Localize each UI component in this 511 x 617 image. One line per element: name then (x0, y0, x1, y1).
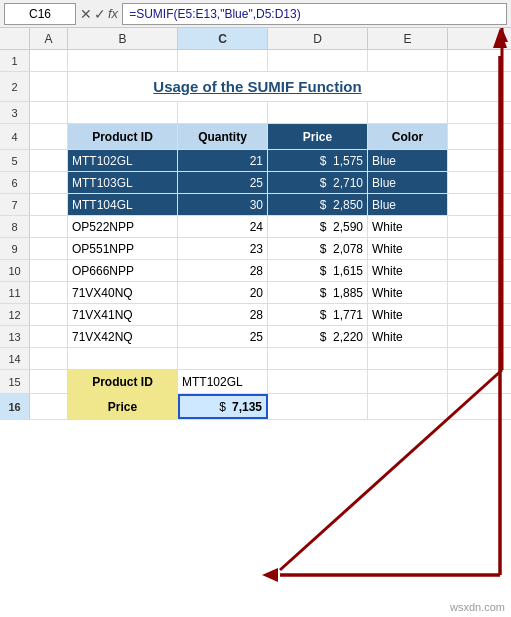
cell-b16-label: Price (68, 394, 178, 419)
cell-c7[interactable]: 30 (178, 194, 268, 215)
row-12: 12 71VX41NQ 28 $ 1,771 White (0, 304, 511, 326)
spreadsheet-title: Usage of the SUMIF Function (68, 72, 447, 101)
cell-c14[interactable] (178, 348, 268, 369)
cell-e12[interactable]: White (368, 304, 448, 325)
cell-b6[interactable]: MTT103GL (68, 172, 178, 193)
formula-bar: C16 ✕ ✓ fx =SUMIF(E5:E13,"Blue",D5:D13) (0, 0, 511, 28)
col-header-a[interactable]: A (30, 28, 68, 49)
cell-e9[interactable]: White (368, 238, 448, 259)
cell-b13[interactable]: 71VX42NQ (68, 326, 178, 347)
cell-e14[interactable] (368, 348, 448, 369)
cell-e15[interactable] (368, 370, 448, 393)
cell-d14[interactable] (268, 348, 368, 369)
col-header-c[interactable]: C (178, 28, 268, 49)
formula-input[interactable]: =SUMIF(E5:E13,"Blue",D5:D13) (122, 3, 507, 25)
cell-e8[interactable]: White (368, 216, 448, 237)
cell-b14[interactable] (68, 348, 178, 369)
cell-a2[interactable] (30, 72, 68, 101)
data-rows: 5 MTT102GL 21 $ 1,575 Blue 6 MTT103GL 25… (0, 150, 511, 348)
cell-e10[interactable]: White (368, 260, 448, 281)
cell-b1[interactable] (68, 50, 178, 71)
cell-d8[interactable]: $ 2,590 (268, 216, 368, 237)
cell-c11[interactable]: 20 (178, 282, 268, 303)
cell-e5[interactable]: Blue (368, 150, 448, 171)
row-2: 2 Usage of the SUMIF Function (0, 72, 511, 102)
cell-a15[interactable] (30, 370, 68, 393)
watermark: wsxdn.com (450, 601, 505, 613)
cell-b15-label: Product ID (68, 370, 178, 393)
cell-b10[interactable]: OP666NPP (68, 260, 178, 281)
cell-a5[interactable] (30, 150, 68, 171)
cell-d10[interactable]: $ 1,615 (268, 260, 368, 281)
cell-b12[interactable]: 71VX41NQ (68, 304, 178, 325)
cell-b3[interactable] (68, 102, 178, 123)
cell-a1[interactable] (30, 50, 68, 71)
cell-d3[interactable] (268, 102, 368, 123)
col-header-e[interactable]: E (368, 28, 448, 49)
cell-a8[interactable] (30, 216, 68, 237)
cell-e1[interactable] (368, 50, 448, 71)
row-7: 7 MTT104GL 30 $ 2,850 Blue (0, 194, 511, 216)
header-color: Color (368, 124, 448, 149)
cell-a3[interactable] (30, 102, 68, 123)
cell-d13[interactable]: $ 2,220 (268, 326, 368, 347)
cell-a9[interactable] (30, 238, 68, 259)
cell-a7[interactable] (30, 194, 68, 215)
cell-d7[interactable]: $ 2,850 (268, 194, 368, 215)
cell-e11[interactable]: White (368, 282, 448, 303)
cell-a13[interactable] (30, 326, 68, 347)
row-6: 6 MTT103GL 25 $ 2,710 Blue (0, 172, 511, 194)
cell-a6[interactable] (30, 172, 68, 193)
cell-e3[interactable] (368, 102, 448, 123)
header-price: Price (268, 124, 368, 149)
cell-b8[interactable]: OP522NPP (68, 216, 178, 237)
cell-c3[interactable] (178, 102, 268, 123)
col-header-b[interactable]: B (68, 28, 178, 49)
cell-d12[interactable]: $ 1,771 (268, 304, 368, 325)
cell-c9[interactable]: 23 (178, 238, 268, 259)
fx-icon[interactable]: fx (108, 6, 118, 21)
cell-a4[interactable] (30, 124, 68, 149)
cell-e13[interactable]: White (368, 326, 448, 347)
cell-d1[interactable] (268, 50, 368, 71)
cell-b7[interactable]: MTT104GL (68, 194, 178, 215)
cell-c6[interactable]: 25 (178, 172, 268, 193)
cell-d15[interactable] (268, 370, 368, 393)
cell-c12[interactable]: 28 (178, 304, 268, 325)
cell-a12[interactable] (30, 304, 68, 325)
cell-e7[interactable]: Blue (368, 194, 448, 215)
cell-a16[interactable] (30, 394, 68, 419)
cell-e16[interactable] (368, 394, 448, 419)
cell-c1[interactable] (178, 50, 268, 71)
cell-c15-value[interactable]: MTT102GL (178, 370, 268, 393)
cell-d5[interactable]: $ 1,575 (268, 150, 368, 171)
cell-b11[interactable]: 71VX40NQ (68, 282, 178, 303)
cell-c10[interactable]: 28 (178, 260, 268, 281)
cell-c8[interactable]: 24 (178, 216, 268, 237)
row-5: 5 MTT102GL 21 $ 1,575 Blue (0, 150, 511, 172)
row-4-header: 4 Product ID Quantity Price Color (0, 124, 511, 150)
cell-e6[interactable]: Blue (368, 172, 448, 193)
row-11: 11 71VX40NQ 20 $ 1,885 White (0, 282, 511, 304)
cell-c5[interactable]: 21 (178, 150, 268, 171)
confirm-icon[interactable]: ✓ (94, 6, 106, 22)
cell-reference-box[interactable]: C16 (4, 3, 76, 25)
cell-d6[interactable]: $ 2,710 (268, 172, 368, 193)
cell-b5[interactable]: MTT102GL (68, 150, 178, 171)
row-8: 8 OP522NPP 24 $ 2,590 White (0, 216, 511, 238)
cell-c13[interactable]: 25 (178, 326, 268, 347)
cell-d11[interactable]: $ 1,885 (268, 282, 368, 303)
cell-b9[interactable]: OP551NPP (68, 238, 178, 259)
cell-c16-value[interactable]: $ 7,135 (178, 394, 268, 419)
cell-a14[interactable] (30, 348, 68, 369)
column-headers: A B C D E (0, 28, 511, 50)
cell-a11[interactable] (30, 282, 68, 303)
cell-d9[interactable]: $ 2,078 (268, 238, 368, 259)
header-product-id: Product ID (68, 124, 178, 149)
cell-d16[interactable] (268, 394, 368, 419)
col-header-d[interactable]: D (268, 28, 368, 49)
row-1: 1 (0, 50, 511, 72)
cell-a10[interactable] (30, 260, 68, 281)
row-14: 14 (0, 348, 511, 370)
cancel-icon[interactable]: ✕ (80, 6, 92, 22)
